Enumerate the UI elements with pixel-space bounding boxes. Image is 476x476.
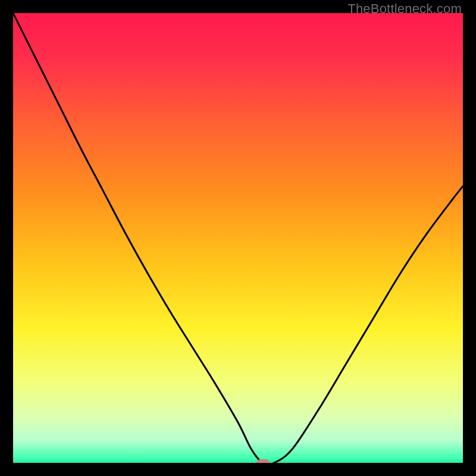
curve-line (13, 13, 463, 463)
bottleneck-marker (256, 459, 270, 463)
chart-frame: TheBottleneck.com (0, 0, 476, 476)
plot-area (13, 13, 463, 463)
